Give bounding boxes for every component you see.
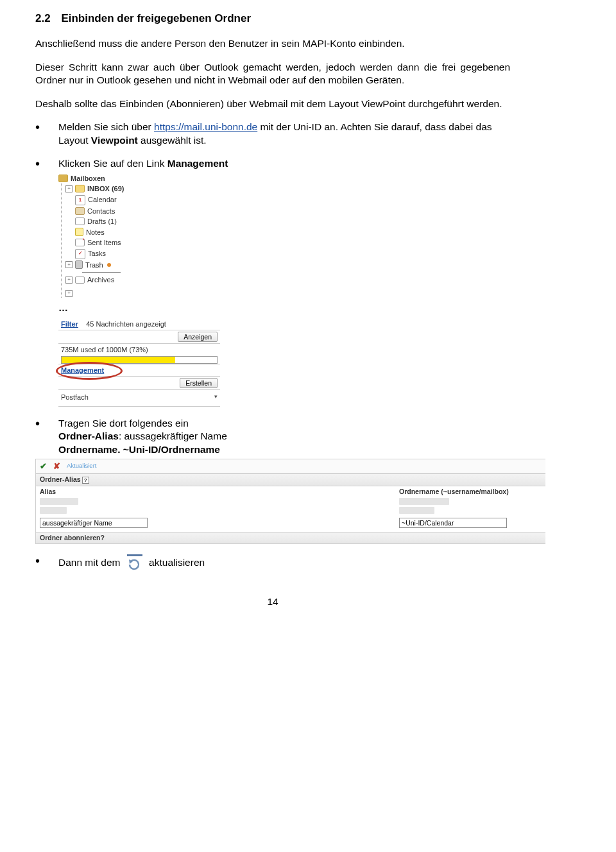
anzeigen-button[interactable]: Anzeigen [178, 332, 218, 342]
quota-text: 735M used of 1000M (73%) [61, 345, 148, 355]
expander-icon[interactable]: + [65, 277, 73, 284]
archive-icon [75, 277, 85, 284]
bullet-refresh: Dann mit dem aktualisieren [35, 554, 510, 572]
help-icon[interactable]: ? [82, 477, 89, 484]
tree-item-drafts[interactable]: Drafts (1) [87, 217, 117, 226]
paragraph-1: Anschließend muss die andere Person den … [35, 37, 510, 50]
tree-root: Mailboxen [71, 174, 105, 183]
ordnername-input[interactable] [399, 518, 507, 528]
tree-item-trash[interactable]: Trash [85, 260, 103, 270]
help-icon[interactable]: ? [101, 534, 105, 541]
bullet-enter-values: Tragen Sie dort folgendes ein Ordner-Ali… [35, 417, 510, 545]
ordnername-header: Ordnername (~username/mailbox) [399, 488, 545, 497]
expander-icon[interactable]: + [65, 185, 73, 192]
section-ordner-abonnieren: Ordner abonnieren? [36, 532, 545, 544]
drafts-icon [75, 217, 85, 225]
confirm-icon[interactable]: ✔ [40, 461, 47, 472]
status-text: Aktualisiert [67, 462, 96, 470]
sent-icon [75, 239, 85, 246]
screenshot-mailbox-tree: Mailboxen +INBOX (69) 1Calendar Contacts… [58, 173, 218, 298]
notes-icon [75, 228, 83, 236]
bullet-management: Klicken Sie auf den Link Management Mail… [35, 157, 510, 406]
expander-icon[interactable]: + [65, 290, 73, 297]
calendar-icon: 1 [75, 195, 85, 205]
bullet-login: Melden Sie sich über https://mail.uni-bo… [35, 121, 510, 147]
tasks-icon: ✓ [75, 249, 85, 259]
section-ordner-alias: Ordner-Alias? [36, 473, 545, 486]
tree-item-tasks[interactable]: Tasks [88, 249, 106, 259]
erstellen-button[interactable]: Erstellen [180, 378, 218, 388]
alias-header: Alias [40, 488, 399, 497]
separator [82, 272, 121, 273]
expander-icon[interactable]: + [65, 261, 73, 268]
tree-item-contacts[interactable]: Contacts [87, 207, 115, 216]
ellipsis: … [58, 302, 510, 314]
inbox-icon [75, 185, 85, 192]
management-link[interactable]: Management [61, 366, 104, 375]
dropdown-arrow-icon[interactable]: ▾ [214, 393, 218, 401]
tree-item-calendar[interactable]: Calendar [88, 195, 117, 205]
status-dot-icon [107, 263, 111, 267]
paragraph-3: Deshalb sollte das Einbinden (Abonnieren… [35, 98, 510, 110]
filter-link[interactable]: Filter [61, 320, 78, 328]
tree-item-archives[interactable]: Archives [87, 275, 114, 285]
mailboxen-icon [58, 175, 68, 182]
tree-item-inbox[interactable]: INBOX (69) [87, 184, 124, 194]
page-number: 14 [35, 595, 510, 608]
refresh-icon[interactable] [126, 554, 144, 572]
section-title: Einbinden der freigegebenen Ordner [61, 12, 251, 24]
section-number: 2.2 [35, 12, 51, 24]
mail-link[interactable]: https://mail.uni-bonn.de [154, 121, 257, 132]
section-heading: 2.2 Einbinden der freigegebenen Ordner [35, 12, 510, 26]
screenshot-alias-panel: ✔ ✘ Aktualisiert Ordner-Alias? Alias x x… [35, 459, 545, 544]
postfach-label: Postfach [61, 393, 89, 402]
tree-item-sent[interactable]: Sent Items [87, 238, 121, 248]
screenshot-filter-panel: Filter 45 Nachrichten angezeigt Anzeigen… [58, 318, 220, 407]
cancel-icon[interactable]: ✘ [53, 461, 60, 472]
paragraph-2: Dieser Schritt kann zwar auch über Outlo… [35, 61, 510, 87]
trash-icon [75, 260, 83, 269]
alias-input[interactable] [40, 518, 148, 528]
filter-count: 45 Nachrichten angezeigt [86, 320, 166, 328]
quota-bar [61, 356, 218, 364]
tree-item-notes[interactable]: Notes [86, 228, 105, 237]
contacts-icon [75, 207, 85, 215]
